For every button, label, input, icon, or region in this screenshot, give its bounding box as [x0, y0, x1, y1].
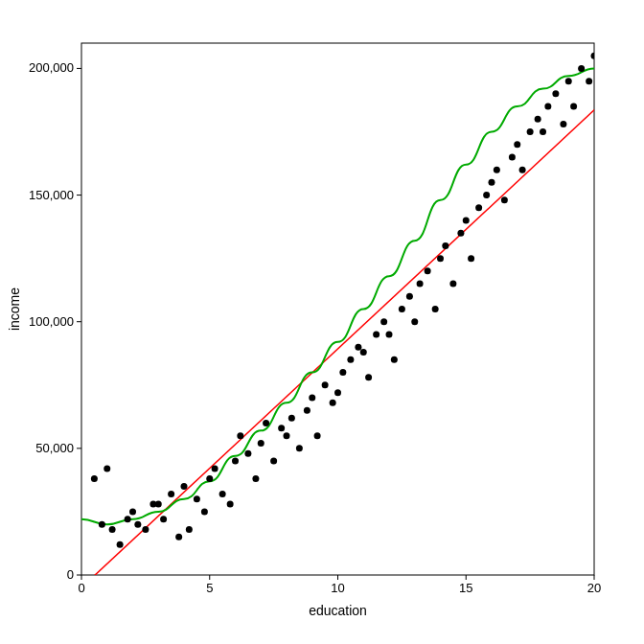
- svg-point-65: [339, 369, 346, 376]
- svg-point-96: [540, 128, 546, 135]
- svg-point-43: [201, 508, 208, 515]
- svg-point-77: [417, 281, 424, 288]
- svg-point-91: [509, 153, 516, 160]
- svg-point-27: [99, 521, 105, 528]
- svg-text:50,000: 50,000: [35, 441, 74, 455]
- svg-text:10: 10: [331, 581, 344, 595]
- svg-point-89: [494, 167, 500, 173]
- svg-point-53: [263, 420, 269, 426]
- svg-point-54: [270, 458, 277, 465]
- svg-point-95: [535, 116, 541, 123]
- svg-point-79: [432, 306, 439, 312]
- svg-point-92: [514, 141, 520, 148]
- svg-point-74: [399, 306, 405, 312]
- svg-point-90: [501, 196, 508, 203]
- svg-point-30: [117, 541, 124, 548]
- svg-point-45: [212, 466, 218, 472]
- svg-point-101: [570, 104, 577, 110]
- svg-point-29: [109, 526, 116, 533]
- svg-point-64: [334, 389, 341, 396]
- svg-point-94: [527, 128, 534, 135]
- svg-point-48: [232, 458, 239, 465]
- svg-text:20: 20: [587, 581, 601, 595]
- svg-point-75: [406, 293, 413, 300]
- svg-point-100: [565, 78, 572, 84]
- svg-point-78: [425, 267, 431, 274]
- svg-point-47: [227, 501, 234, 508]
- svg-point-52: [258, 440, 264, 447]
- svg-text:200,000: 200,000: [29, 60, 74, 75]
- svg-point-51: [252, 475, 259, 482]
- svg-point-41: [186, 526, 193, 533]
- svg-point-81: [442, 242, 448, 249]
- svg-point-40: [181, 483, 188, 490]
- svg-point-103: [586, 78, 592, 84]
- scatter-plot: 050,000100,000150,000200,00005101520inco…: [0, 0, 644, 644]
- svg-text:100,000: 100,000: [29, 314, 74, 329]
- svg-point-82: [449, 281, 456, 288]
- svg-point-76: [411, 318, 418, 325]
- svg-point-71: [380, 318, 387, 325]
- svg-point-26: [91, 475, 98, 482]
- svg-point-62: [322, 381, 329, 388]
- svg-point-102: [578, 65, 585, 72]
- svg-point-57: [288, 415, 295, 422]
- svg-point-31: [125, 516, 131, 522]
- svg-text:0: 0: [78, 581, 84, 595]
- chart-container: 050,000100,000150,000200,00005101520inco…: [0, 0, 644, 644]
- svg-point-58: [296, 445, 303, 451]
- svg-point-34: [142, 526, 149, 533]
- svg-point-50: [244, 450, 251, 457]
- svg-point-36: [155, 501, 162, 508]
- svg-point-56: [284, 432, 290, 439]
- svg-point-38: [168, 491, 174, 497]
- svg-point-60: [309, 395, 315, 402]
- svg-point-83: [457, 230, 464, 237]
- svg-point-39: [175, 534, 182, 540]
- svg-point-99: [560, 121, 566, 127]
- svg-point-33: [134, 521, 141, 528]
- svg-point-28: [104, 466, 110, 472]
- svg-point-44: [206, 475, 213, 482]
- svg-point-46: [219, 491, 226, 497]
- svg-point-66: [347, 356, 354, 363]
- svg-point-49: [237, 432, 243, 439]
- svg-point-87: [483, 192, 490, 198]
- svg-text:income: income: [7, 288, 22, 331]
- svg-text:15: 15: [459, 581, 472, 595]
- svg-point-93: [519, 167, 526, 173]
- svg-point-97: [544, 104, 551, 110]
- svg-point-72: [386, 331, 393, 337]
- svg-point-69: [365, 374, 372, 380]
- svg-point-67: [355, 344, 361, 351]
- svg-point-80: [437, 255, 444, 262]
- svg-point-42: [194, 495, 200, 502]
- svg-rect-2: [81, 43, 594, 575]
- svg-point-88: [489, 179, 495, 186]
- svg-point-85: [468, 255, 474, 262]
- svg-point-59: [304, 407, 310, 414]
- svg-text:education: education: [309, 603, 367, 618]
- svg-point-32: [129, 508, 136, 515]
- svg-text:0: 0: [67, 567, 74, 582]
- svg-point-61: [314, 432, 321, 439]
- svg-point-84: [463, 218, 470, 224]
- svg-point-55: [278, 425, 285, 431]
- svg-point-86: [475, 204, 482, 211]
- svg-point-70: [373, 331, 380, 337]
- svg-point-63: [330, 400, 336, 406]
- svg-text:150,000: 150,000: [29, 188, 74, 202]
- svg-point-68: [360, 349, 367, 356]
- svg-point-73: [391, 356, 398, 363]
- svg-point-98: [552, 90, 559, 97]
- svg-text:5: 5: [206, 581, 213, 595]
- svg-point-37: [160, 516, 167, 522]
